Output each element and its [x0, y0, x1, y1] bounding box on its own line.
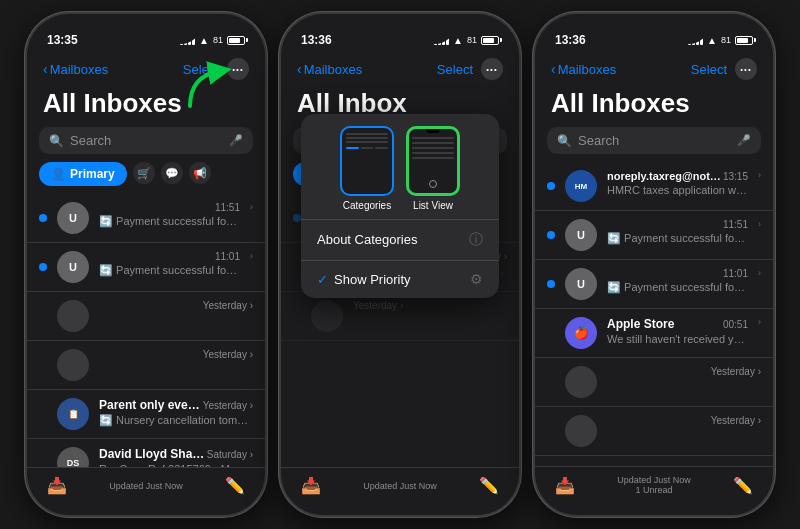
mail-time-1-5: Yesterday ›: [203, 400, 253, 411]
bottom-bar-1: 📥 Updated Just Now ✏️: [27, 467, 265, 515]
nav-dots-inner-2: •••: [486, 65, 497, 74]
list-line-4: [412, 152, 454, 154]
compose-icon-3[interactable]: ✏️: [733, 476, 753, 495]
tab-promo-1[interactable]: 📢: [189, 162, 211, 184]
mail-time-1-4: Yesterday ›: [203, 349, 253, 360]
signal-bars-3: [688, 35, 703, 45]
mail-content-1-4: Yesterday ›: [99, 349, 253, 362]
back-chevron-2: ‹: [297, 61, 302, 77]
arrow-overlay: [180, 56, 240, 120]
tab-shopping-1[interactable]: 🛒: [133, 162, 155, 184]
bar2-3: [692, 39, 695, 45]
popup-overlay: Categories: [301, 114, 499, 298]
archive-icon-1[interactable]: 📥: [47, 476, 67, 495]
nav-select-3[interactable]: Select: [691, 62, 727, 77]
about-categories-label: About Categories: [317, 232, 417, 247]
nav-back-3[interactable]: ‹ Mailboxes: [551, 61, 616, 77]
chevron-3-0: ›: [758, 170, 761, 180]
nav-back-1[interactable]: ‹ Mailboxes: [43, 61, 108, 77]
archive-icon-3[interactable]: 📥: [555, 476, 575, 495]
signal-bars-1: [180, 35, 195, 45]
compose-icon-1[interactable]: ✏️: [225, 476, 245, 495]
search-bar-1[interactable]: 🔍 Search 🎤: [39, 127, 253, 154]
search-placeholder-1: Search: [70, 133, 223, 148]
mail-item-3-0[interactable]: HM noreply.taxreg@notifications.... 13:1…: [535, 162, 773, 211]
mini-list-lines: [412, 137, 454, 159]
mail-avatar-1-2: U: [57, 251, 89, 283]
bottom-bar-2: 📥 Updated Just Now ✏️: [281, 467, 519, 515]
nav-back-label-3: Mailboxes: [558, 62, 617, 77]
mic-icon-1: 🎤: [229, 134, 243, 147]
search-bar-3[interactable]: 🔍 Search 🎤: [547, 127, 761, 154]
mail-preview-1-5: 🔄 Nursery cancellation tomorrow's parent…: [99, 414, 253, 427]
bottom-status-area-3: Updated Just Now 1 Unread: [617, 475, 691, 495]
battery-percent-2: 81: [467, 35, 477, 45]
nav-back-label-2: Mailboxes: [304, 62, 363, 77]
info-icon: ⓘ: [469, 231, 483, 249]
tab-primary-1[interactable]: 👤 Primary: [39, 162, 127, 186]
popup-about-categories[interactable]: About Categories ⓘ: [301, 220, 499, 260]
nav-back-2[interactable]: ‹ Mailboxes: [297, 61, 362, 77]
search-icon-1: 🔍: [49, 134, 64, 148]
list-line-2: [412, 142, 454, 144]
bar3-2: [442, 37, 445, 45]
battery-percent-3: 81: [721, 35, 731, 45]
mail-preview-3-1: 🔄 Payment successful for order ID 564752…: [607, 232, 748, 245]
mail-content-3-4: Yesterday ›: [607, 366, 761, 379]
mail-avatar-2-3: [311, 300, 343, 332]
mail-time-1-2: 11:01: [215, 251, 240, 262]
mail-item-1-3[interactable]: Yesterday ›: [27, 292, 265, 341]
battery-3: [735, 36, 753, 45]
phone-1: 13:35 ▲ 81 ‹ Mailboxes: [25, 12, 267, 517]
mail-item-1-1[interactable]: U 11:51 🔄 Payment successful for order I…: [27, 194, 265, 243]
phone-2: 13:36 ▲ 81 ‹ Mailboxes: [279, 12, 521, 517]
mail-list-3: HM noreply.taxreg@notifications.... 13:1…: [535, 162, 773, 466]
mail-preview-3-0: HMRC taxes application with reference 77…: [607, 184, 748, 196]
mail-item-3-1[interactable]: U 11:51 🔄 Payment successful for order I…: [535, 211, 773, 260]
back-chevron-3: ‹: [551, 61, 556, 77]
status-icons-1: ▲ 81: [180, 35, 245, 46]
search-icon-3: 🔍: [557, 134, 572, 148]
view-option-categories[interactable]: Categories: [340, 126, 394, 211]
mail-item-3-2[interactable]: U 11:01 🔄 Payment successful for order I…: [535, 260, 773, 309]
person-icon-1: 👤: [51, 167, 66, 181]
mail-item-1-2[interactable]: U 11:01 🔄 Payment successful for order I…: [27, 243, 265, 292]
archive-icon-2[interactable]: 📥: [301, 476, 321, 495]
categories-icon: [340, 126, 394, 196]
mail-item-1-6[interactable]: DS David Lloyd Shawfair Saturday › Re: C…: [27, 439, 265, 467]
popup-show-priority[interactable]: ✓ Show Priority ⚙: [301, 260, 499, 298]
mail-avatar-3-3: 🍎: [565, 317, 597, 349]
mail-time-2-3: Yesterday ›: [353, 300, 403, 311]
wifi-icon-1: ▲: [199, 35, 209, 46]
mail-item-1-4[interactable]: Yesterday ›: [27, 341, 265, 390]
mail-item-1-5[interactable]: 📋 Parent only evening Cancelled Yesterda…: [27, 390, 265, 439]
nav-dots-3[interactable]: •••: [735, 58, 757, 80]
mail-time-3-4: Yesterday ›: [711, 366, 761, 377]
mail-content-3-5: Yesterday ›: [607, 415, 761, 428]
mail-content-1-6: David Lloyd Shawfair Saturday › Re: Case…: [99, 447, 253, 467]
bar1-3: [688, 41, 691, 45]
mail-preview-1-6: Re: Case Ref 3315769 - Membership An...: [99, 463, 253, 467]
compose-icon-2[interactable]: ✏️: [479, 476, 499, 495]
mail-item-3-5[interactable]: Yesterday ›: [535, 407, 773, 456]
unread-dot-3-2: [547, 280, 555, 288]
status-icons-2: ▲ 81: [434, 35, 499, 46]
list-line-5: [412, 157, 454, 159]
mini-circle: [429, 180, 437, 188]
bar4-2: [446, 35, 449, 45]
mail-item-3-4[interactable]: Yesterday ›: [535, 358, 773, 407]
promo-icon-1: 📢: [193, 167, 207, 180]
mini-phone-screen: [344, 130, 390, 192]
tab-chat-1[interactable]: 💬: [161, 162, 183, 184]
mail-avatar-1-4: [57, 349, 89, 381]
view-option-listview[interactable]: List View: [406, 126, 460, 211]
unread-dot-2: [39, 263, 47, 271]
mail-content-3-2: 11:01 🔄 Payment successful for order ID …: [607, 268, 748, 294]
nav-select-2[interactable]: Select: [437, 62, 473, 77]
bar3: [188, 37, 191, 45]
tab-primary-label-1: Primary: [70, 167, 115, 181]
nav-dots-2[interactable]: •••: [481, 58, 503, 80]
mail-sender-3-3: Apple Store: [607, 317, 674, 331]
category-tabs-1: 👤 Primary 🛒 💬 📢: [27, 162, 265, 194]
mail-item-3-3[interactable]: 🍎 Apple Store 00:51 We still haven't rec…: [535, 309, 773, 358]
